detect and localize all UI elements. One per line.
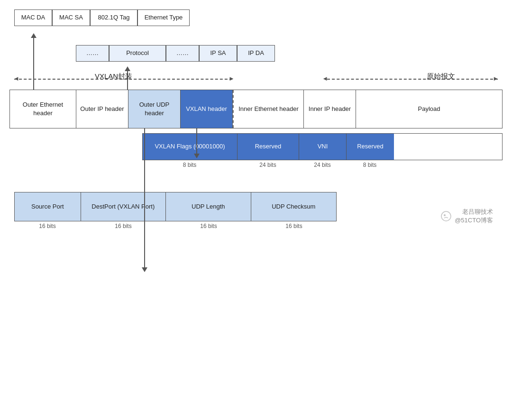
diagram-container: MAC DA MAC SA 802.1Q Tag Ethernet Type ……	[9, 9, 503, 229]
udp-dst-port: DestPort (VXLAN Port)	[81, 192, 166, 221]
bits-chk: 16 bits	[251, 223, 337, 229]
label-original: 原始报文	[427, 72, 455, 81]
udp-length: UDP Length	[166, 192, 251, 221]
ip-sa: IP SA	[199, 45, 237, 62]
bits-vni: 24 bits	[299, 162, 346, 168]
bits-src: 16 bits	[14, 223, 81, 229]
arrow-right-vxlan: ►	[229, 75, 235, 82]
arrow-udp-down	[144, 128, 145, 268]
svg-point-0	[441, 211, 451, 221]
arrow-left-vxlan: ◄	[13, 75, 19, 82]
mac-sa-field: MAC SA	[52, 9, 90, 26]
ip-dots1: ……	[76, 45, 109, 62]
payload-cell: Payload	[356, 90, 502, 128]
watermark-line2: @51CTO博客	[455, 216, 493, 225]
vxlan-bits-row: 8 bits 24 bits 24 bits 8 bits	[142, 162, 503, 168]
ip-fields: …… Protocol …… IP SA IP DA	[76, 45, 313, 62]
label-vxlan-encap: VXLAN封装	[95, 72, 132, 81]
arrow-vxlan-down	[196, 128, 197, 155]
ip-protocol: Protocol	[109, 45, 166, 62]
ip-dots2: ……	[166, 45, 199, 62]
watermark-icon	[440, 210, 452, 222]
eth-type-field: Ethernet Type	[137, 9, 190, 26]
udp-bits-row: 16 bits 16 bits 16 bits 16 bits	[14, 223, 337, 229]
top-section: MAC DA MAC SA 802.1Q Tag Ethernet Type ……	[9, 9, 503, 62]
packet-row: Outer Ethernet header Outer IP header Ou…	[9, 90, 503, 128]
inner-eth-header: Inner Ethernet header	[233, 90, 304, 128]
bits-len: 16 bits	[166, 223, 251, 229]
udp-src-port: Source Port	[15, 192, 81, 221]
bits-dst: 16 bits	[81, 223, 166, 229]
vxlan-header: VXLAN header	[181, 90, 233, 128]
arrow-right-orig: ►	[493, 75, 499, 82]
mac-da-field: MAC DA	[14, 9, 52, 26]
vxlan-flags-cell: VXLAN Flags (00001000)	[143, 134, 238, 160]
watermark: 老吕聊技术 @51CTO博客	[440, 208, 493, 225]
label-row: ◄ ► VXLAN封装 ◄ ► 原始报文	[9, 72, 503, 87]
vxlan-reserved2-cell: Reserved	[347, 134, 394, 160]
udp-checksum: UDP Checksum	[251, 192, 336, 221]
arrow-left-orig: ◄	[322, 75, 328, 82]
bits-flags: 8 bits	[142, 162, 237, 168]
vxlan-vni-cell: VNI	[299, 134, 347, 160]
ip-da: IP DA	[237, 45, 275, 62]
outer-eth-header: Outer Ethernet header	[10, 90, 76, 128]
bits-res2: 8 bits	[346, 162, 393, 168]
dashed-line-right	[327, 79, 498, 80]
udp-detail-row: Source Port DestPort (VXLAN Port) UDP Le…	[14, 192, 337, 221]
vxlan-reserved1-cell: Reserved	[238, 134, 299, 160]
outer-udp-header: Outer UDP header	[128, 90, 181, 128]
watermark-line1: 老吕聊技术	[455, 208, 493, 216]
packet-section: Outer Ethernet header Outer IP header Ou…	[9, 90, 503, 128]
svg-point-1	[444, 214, 446, 216]
udp-detail-section: Source Port DestPort (VXLAN Port) UDP Le…	[14, 192, 503, 229]
mac-fields: MAC DA MAC SA 802.1Q Tag Ethernet Type	[14, 9, 190, 26]
inner-ip-header: Inner IP header	[304, 90, 356, 128]
dot1q-field: 802.1Q Tag	[90, 9, 137, 26]
outer-ip-header: Outer IP header	[76, 90, 128, 128]
bits-res1: 24 bits	[237, 162, 299, 168]
